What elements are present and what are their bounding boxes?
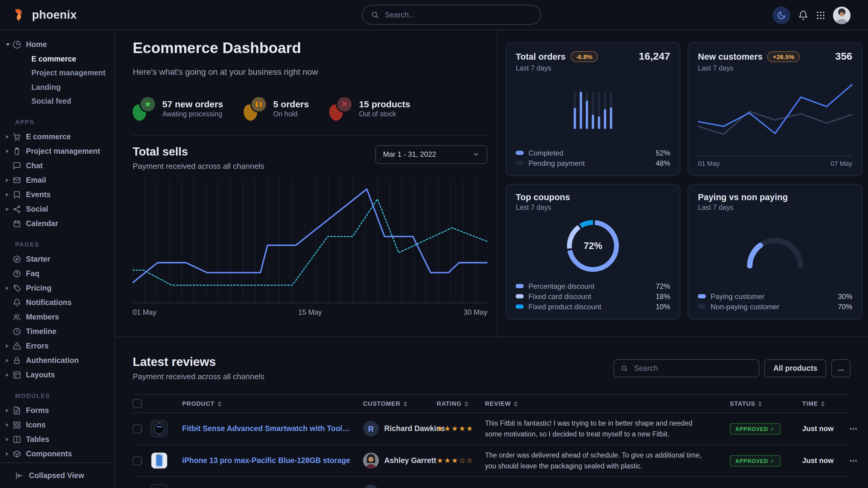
row-actions-button[interactable]: ⋯	[849, 456, 857, 465]
total-sells-header: Total sells Payment received across all …	[133, 145, 487, 171]
sidebar-item-layouts[interactable]: Layouts	[0, 368, 115, 382]
brand-logo[interactable]: phoenix	[0, 7, 115, 23]
column-header-status[interactable]: STATUS	[730, 400, 802, 407]
package-icon	[13, 449, 22, 458]
row-checkbox-cell	[133, 424, 151, 433]
x-label: 07 May	[831, 160, 852, 167]
caret-right-icon	[6, 438, 13, 441]
stat-value: 15 products	[359, 99, 410, 110]
sidebar-item-project-management[interactable]: Project management	[0, 144, 115, 159]
column-header-time[interactable]: TIME	[802, 400, 849, 407]
caret-right-icon	[6, 178, 13, 182]
sidebar-item-authentication[interactable]: Authentication	[0, 353, 115, 368]
sidebar-item-email[interactable]: Email	[0, 173, 115, 188]
apps-menu-button[interactable]	[816, 10, 825, 20]
caret-right-icon	[6, 373, 13, 377]
sidebar-item-label: Tables	[26, 435, 49, 444]
sidebar-item-components[interactable]: Components	[0, 447, 115, 461]
sidebar-item-label: Starter	[26, 255, 50, 263]
global-search-input[interactable]	[384, 10, 532, 20]
sidebar-item-social[interactable]: Social	[0, 202, 115, 217]
notifications-button[interactable]	[798, 10, 808, 20]
x-label: 01 May	[698, 160, 720, 167]
stat-text: 57 new ordersAwating processing	[162, 99, 223, 118]
column-header-product[interactable]: PRODUCT	[182, 400, 363, 407]
navbar-actions	[773, 0, 868, 30]
stat-awating-processing: ★57 new ordersAwating processing	[133, 96, 223, 121]
all-products-button[interactable]: All products	[764, 359, 826, 377]
paying-vs-nonpaying-card: Paying vs non paying Last 7 days Paying …	[688, 184, 863, 320]
customer-name: Ashley Garrett	[384, 456, 436, 465]
sort-icon	[217, 401, 221, 406]
user-avatar[interactable]	[833, 6, 850, 24]
bar-completed	[598, 116, 600, 129]
sidebar-item-e-commerce[interactable]: E commerce	[0, 130, 115, 144]
reviews-search[interactable]	[614, 359, 760, 377]
sidebar-item-timeline[interactable]: Timeline	[0, 324, 115, 339]
caret-right-icon	[6, 193, 13, 197]
product-link[interactable]: iPhone 13 pro max-Pacific Blue-128GB sto…	[182, 456, 363, 465]
sidebar-item-errors[interactable]: Errors	[0, 339, 115, 353]
sidebar-item-faq[interactable]: Faq	[0, 266, 115, 281]
search-icon	[621, 364, 628, 372]
sidebar-subitem-landing[interactable]: Landing	[0, 80, 115, 94]
column-header-customer[interactable]: CUSTOMER	[363, 400, 437, 407]
clock-icon	[13, 327, 22, 336]
page-title: Ecommerce Dashboard	[133, 39, 487, 57]
theme-toggle-button[interactable]	[773, 6, 790, 24]
sidebar-item-label: Forms	[26, 406, 49, 415]
status-badge: APPROVED ✓	[730, 423, 780, 435]
sidebar-item-icons[interactable]: Icons	[0, 418, 115, 432]
sidebar-item-home[interactable]: Home	[0, 37, 115, 52]
global-search[interactable]	[362, 5, 541, 25]
sidebar-item-tables[interactable]: Tables	[0, 432, 115, 447]
sidebar-item-label: Layouts	[26, 371, 55, 379]
sidebar-item-members[interactable]: Members	[0, 310, 115, 324]
reviews-table: PRODUCT CUSTOMER RATING REVIEW STATUS TI…	[133, 394, 850, 488]
sidebar-item-label: Home	[26, 40, 47, 49]
users-icon	[13, 313, 22, 322]
reviews-title: Latest reviews	[133, 355, 264, 369]
sidebar-item-notifications[interactable]: Notifications	[0, 295, 115, 310]
legend-item-pending-payment: Pending payment48%	[516, 158, 670, 168]
date-range-value: Mar 1 - 31, 2022	[383, 151, 436, 159]
row-checkbox-cell	[133, 456, 151, 465]
row-checkbox[interactable]	[133, 424, 142, 433]
card-title: Paying vs non paying	[698, 192, 788, 202]
table-row: Fitbit Sense Advanced Smartwatch with To…	[133, 413, 850, 445]
sort-icon	[514, 401, 518, 406]
sidebar-item-calendar[interactable]: Calendar	[0, 217, 115, 231]
sidebar-item-chat[interactable]: Chat	[0, 159, 115, 173]
legend-label: Completed	[528, 149, 563, 157]
sidebar-subitem-social-feed[interactable]: Social feed	[0, 94, 115, 108]
stats-divider	[133, 135, 487, 136]
sidebar-item-starter[interactable]: Starter	[0, 252, 115, 266]
column-header-review[interactable]: REVIEW	[485, 400, 730, 407]
sidebar-item-forms[interactable]: Forms	[0, 403, 115, 418]
row-actions-button[interactable]: ⋯	[849, 424, 857, 433]
column-header-rating[interactable]: RATING	[437, 400, 485, 407]
select-all-checkbox[interactable]	[133, 399, 142, 408]
sidebar-item-events[interactable]: Events	[0, 188, 115, 202]
sidebar-item-label: Project management	[26, 147, 100, 156]
stat-out-of-stock: ✕15 productsOut of stock	[329, 96, 410, 121]
legend-item-completed: Completed52%	[516, 148, 670, 158]
review-text: This Fitbit is fantastic! I was trying t…	[485, 418, 730, 440]
status-cell: APPROVED ✓	[730, 423, 802, 435]
reviews-search-input[interactable]	[633, 363, 752, 373]
total-sells-subtitle: Payment received across all channels	[133, 162, 264, 171]
sidebar-subitem-project-management[interactable]: Project management	[0, 66, 115, 80]
bar-completed	[586, 101, 588, 129]
bar-completed	[574, 108, 576, 129]
bar-completed	[580, 92, 582, 129]
sort-icon	[404, 401, 407, 406]
date-range-select[interactable]: Mar 1 - 31, 2022	[375, 145, 487, 164]
sidebar-item-pricing[interactable]: Pricing	[0, 281, 115, 295]
caret-right-icon	[6, 135, 13, 139]
collapsed-view-toggle[interactable]: Collapsed View	[0, 462, 115, 488]
bar-completed	[592, 114, 594, 129]
sidebar-subitem-e-commerce[interactable]: E commerce	[0, 52, 115, 66]
more-options-button[interactable]: ...	[831, 359, 850, 377]
product-link[interactable]: Fitbit Sense Advanced Smartwatch with To…	[182, 424, 363, 433]
row-checkbox[interactable]	[133, 456, 142, 465]
